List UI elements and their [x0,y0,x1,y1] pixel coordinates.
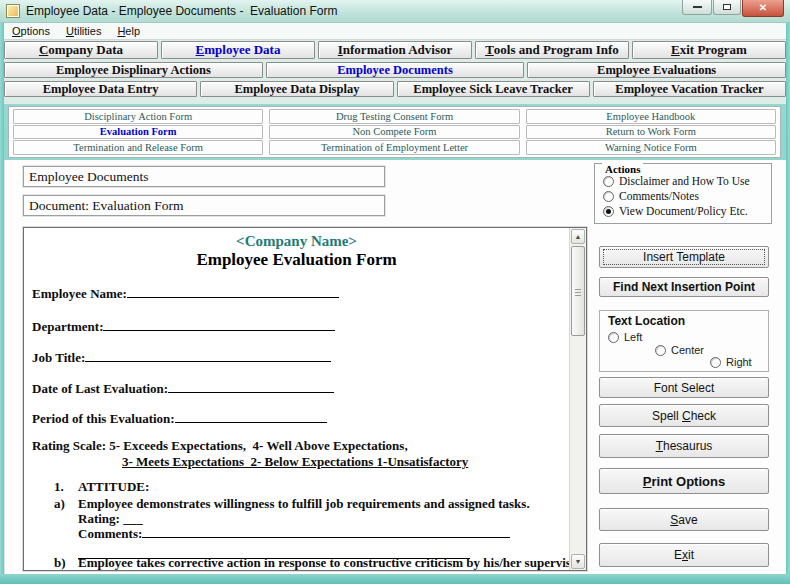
tab-employee-data[interactable]: Employee Data [161,41,315,59]
scroll-down-icon[interactable]: ▼ [571,554,585,569]
maximize-icon [723,4,731,10]
tab-company-data[interactable]: Company Data [4,41,158,59]
blank-line [127,285,339,298]
insert-template-button[interactable]: Insert Template [599,246,769,268]
radio-text-right[interactable]: Right [710,356,752,368]
tab-employee-disciplinary-actions[interactable]: Employee Displinary Actions [4,62,263,78]
scrollbar-thumb[interactable] [571,246,585,336]
button-drug-testing-consent-form[interactable]: Drug Testing Consent Form [269,109,519,124]
button-termination-and-release-form[interactable]: Termination and Release Form [13,140,263,155]
doc-title: Employee Evaluation Form [24,250,569,270]
tab-employee-data-display[interactable]: Employee Data Display [200,81,393,97]
radio-icon-checked [603,206,614,217]
minimize-button[interactable] [682,0,712,15]
exit-button[interactable]: Exit [599,543,769,567]
button-evaluation-form[interactable]: Evaluation Form [13,125,263,140]
doc-field-employee-name: Employee Name: [32,285,339,302]
doc-item-b: b)Employee takes corrective action in re… [54,555,569,570]
tab-employee-documents[interactable]: Employee Documents [266,62,525,78]
document-viewer[interactable]: <Company Name> Employee Evaluation Form … [23,227,587,571]
radio-icon [603,176,614,187]
blank-line [175,410,327,423]
maximize-button[interactable] [713,0,741,15]
button-termination-of-employment-letter[interactable]: Termination of Employment Letter [269,140,519,155]
radio-comments-notes[interactable]: Comments/Notes [603,190,699,202]
menu-options[interactable]: Options [4,24,58,38]
font-select-button[interactable]: Font Select [599,377,769,398]
document-label-box: Document: Evaluation Form [23,195,385,216]
radio-icon [608,332,619,343]
tab-information-advisor[interactable]: Information Advisor [318,41,472,59]
actions-group: Actions Disclaimer and How To Use Commen… [594,163,772,224]
document-content: <Company Name> Employee Evaluation Form … [24,228,569,570]
doc-rating-scale-line1: Rating Scale: 5- Exceeds Expectations, 4… [32,438,408,454]
close-button[interactable]: ✕ [742,0,784,17]
scroll-up-icon[interactable]: ▲ [571,229,585,244]
tab-tools-program-info[interactable]: Tools and Program Info [475,41,629,59]
app-icon [6,4,20,18]
document-buttons-panel: Disciplinary Action Form Drug Testing Co… [8,106,781,158]
menu-bar: Options Utilities Help [0,23,790,40]
doc-section1-heading: 1.ATTITUDE: [54,479,149,495]
blank-line [142,525,510,538]
window-border-bottom [0,574,790,584]
thesaurus-button[interactable]: Thesaurus [599,434,769,458]
tab-zone: Company Data Employee Data Information A… [0,40,790,104]
radio-text-left[interactable]: Left [608,331,642,343]
print-options-button[interactable]: Print Options [599,468,769,494]
spell-check-button[interactable]: Spell Check [599,404,769,427]
text-location-title: Text Location [608,314,685,328]
doc-item-a: a)Employee demonstrates willingness to f… [54,496,530,512]
button-return-to-work-form[interactable]: Return to Work Form [526,125,776,140]
blank-line [85,349,331,362]
tab-exit-program[interactable]: Exit Program [632,41,786,59]
tab-employee-vacation-tracker[interactable]: Employee Vacation Tracker [593,81,786,97]
doc-item-b-partial: Rati [78,569,102,570]
radio-icon [603,191,614,202]
blank-line [103,318,335,331]
radio-icon [655,345,666,356]
radio-view-document-policy[interactable]: View Document/Policy Etc. [603,205,748,217]
close-icon: ✕ [759,3,767,13]
button-non-compete-form[interactable]: Non Compete Form [269,125,519,140]
tab-employee-data-entry[interactable]: Employee Data Entry [4,81,197,97]
find-next-insertion-point-button[interactable]: Find Next Insertion Point [599,277,769,297]
window-border-right [786,23,790,584]
main-area: Employee Documents Document: Evaluation … [4,160,786,574]
doc-field-department: Department: [32,318,335,335]
doc-field-job-title: Job Title: [32,349,331,366]
button-employee-handbook[interactable]: Employee Handbook [526,109,776,124]
actions-group-title: Actions [602,163,643,175]
vertical-scrollbar[interactable]: ▲ ▼ [569,228,586,570]
title-bar: Employee Data - Employee Documents - Eva… [0,0,790,23]
doc-rating-scale-line2: 3- Meets Expectations 2- Below Expectati… [122,454,468,470]
app-window: Employee Data - Employee Documents - Eva… [0,0,790,584]
save-button[interactable]: Save [599,508,769,531]
menu-help[interactable]: Help [109,24,148,38]
section-label-box: Employee Documents [23,166,385,187]
doc-company-name: <Company Name> [24,233,569,250]
minimize-icon [693,6,702,8]
radio-text-center[interactable]: Center [655,344,704,356]
doc-item-a-comments: Comments: [78,525,510,542]
menu-utilities[interactable]: Utilities [58,24,109,38]
blank-line [168,380,334,393]
tab-employee-sick-leave-tracker[interactable]: Employee Sick Leave Tracker [397,81,590,97]
button-warning-notice-form[interactable]: Warning Notice Form [526,140,776,155]
doc-field-date-last-evaluation: Date of Last Evaluation: [32,380,334,397]
button-disciplinary-action-form[interactable]: Disciplinary Action Form [13,109,263,124]
window-border-left [0,23,4,584]
text-location-group: Text Location Left Center Right [599,310,769,372]
tab-employee-evaluations[interactable]: Employee Evaluations [527,62,786,78]
radio-icon [710,357,721,368]
radio-disclaimer-and-how-to-use[interactable]: Disclaimer and How To Use [603,175,750,187]
window-title: Employee Data - Employee Documents - Eva… [26,4,337,18]
doc-field-period: Period of this Evaluation: [32,410,327,427]
